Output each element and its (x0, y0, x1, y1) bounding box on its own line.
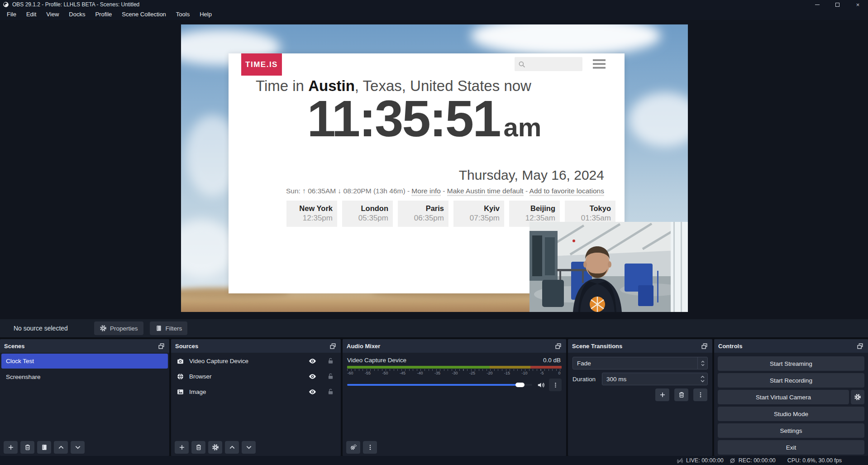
mixer-channel-row: Video Capture Device 0.0 dB (343, 353, 566, 364)
menu-tools[interactable]: Tools (171, 9, 195, 20)
city-block-paris[interactable]: Paris06:35pm (398, 201, 448, 227)
remove-scene-button[interactable] (20, 441, 34, 454)
close-button[interactable]: × (848, 0, 868, 9)
volume-meter (347, 366, 562, 369)
visibility-eye-icon[interactable] (308, 372, 317, 381)
preview-area: TIME.IS Time in Austin, Texas, United St… (0, 20, 868, 319)
source-row-browser[interactable]: Browser (171, 369, 341, 384)
timeis-logo[interactable]: TIME.IS (241, 53, 282, 76)
popout-icon[interactable] (856, 342, 864, 350)
menu-docks[interactable]: Docks (64, 9, 90, 20)
virtual-camera-settings-button[interactable] (851, 390, 864, 404)
menu-profile[interactable]: Profile (90, 9, 117, 20)
audio-mixer-header[interactable]: Audio Mixer (343, 339, 566, 353)
more-info-link[interactable]: More info (411, 187, 441, 196)
source-properties-button[interactable] (208, 441, 222, 454)
spin-up-icon[interactable] (700, 375, 705, 379)
settings-button[interactable]: Settings (718, 423, 864, 438)
make-default-link[interactable]: Make Austin time default (447, 187, 524, 196)
move-scene-down-button[interactable] (71, 441, 85, 454)
scene-filters-button[interactable] (37, 441, 51, 454)
trash-icon (195, 444, 202, 451)
city-block-london[interactable]: London05:35pm (342, 201, 393, 227)
scene-item-screenshare[interactable]: Screenshare (1, 369, 168, 384)
exit-button[interactable]: Exit (718, 440, 864, 455)
menu-bar: File Edit View Docks Profile Scene Colle… (0, 9, 868, 20)
audio-mixer-panel: Audio Mixer Video Capture Device 0.0 dB … (343, 339, 566, 456)
mixer-level-db: 0.0 dB (543, 357, 561, 364)
popout-icon[interactable] (554, 342, 562, 350)
speaker-icon[interactable] (537, 381, 545, 389)
plus-icon (659, 391, 666, 398)
move-source-down-button[interactable] (242, 441, 256, 454)
mixer-menu-button[interactable] (363, 441, 377, 454)
move-source-up-button[interactable] (225, 441, 239, 454)
visibility-eye-icon[interactable] (308, 357, 317, 365)
menu-edit[interactable]: Edit (21, 9, 41, 20)
gear-icon (854, 393, 861, 401)
add-source-button[interactable] (175, 441, 189, 454)
mixer-options-button[interactable] (549, 379, 562, 391)
filters-button[interactable]: Filters (150, 321, 188, 335)
add-favorite-link[interactable]: Add to favorite locations (529, 187, 604, 196)
rec-time: REC: 00:00:00 (739, 457, 776, 464)
properties-button[interactable]: Properties (94, 321, 143, 335)
start-virtual-camera-button[interactable]: Start Virtual Camera (718, 390, 849, 404)
visibility-eye-icon[interactable] (308, 388, 317, 396)
sources-toolbar (171, 439, 341, 456)
sources-header[interactable]: Sources (171, 339, 341, 353)
plus-icon (178, 444, 186, 451)
clock-time: 11:35:51 (307, 90, 500, 147)
scenes-header[interactable]: Scenes (0, 339, 169, 353)
cloud (629, 92, 688, 147)
transition-properties-button[interactable] (693, 388, 707, 401)
scene-transitions-panel: Scene Transitions Fade Duration 300 ms (568, 339, 712, 456)
volume-row (347, 379, 562, 391)
live-status: LIVE: 00:00:00 (677, 457, 724, 464)
scene-transitions-header[interactable]: Scene Transitions (568, 339, 712, 353)
popout-icon[interactable] (329, 342, 337, 350)
add-transition-button[interactable] (655, 388, 669, 401)
advanced-audio-button[interactable] (346, 441, 360, 454)
popout-icon[interactable] (701, 342, 708, 350)
spin-down-icon[interactable] (700, 379, 705, 383)
popout-icon[interactable] (157, 342, 165, 350)
mixer-channel-name: Video Capture Device (347, 357, 543, 364)
volume-track (347, 384, 532, 386)
source-row-image[interactable]: Image (171, 384, 341, 399)
move-scene-up-button[interactable] (54, 441, 68, 454)
start-recording-button[interactable]: Start Recording (718, 373, 864, 388)
start-streaming-button[interactable]: Start Streaming (718, 356, 864, 371)
menu-scene-collection[interactable]: Scene Collection (117, 9, 171, 20)
duration-spinbox[interactable]: 300 ms (602, 373, 708, 385)
kebab-menu-icon (697, 391, 704, 398)
city-block-new-york[interactable]: New York12:35pm (286, 201, 337, 227)
menu-help[interactable]: Help (195, 9, 217, 20)
webcam-video (529, 222, 688, 312)
add-scene-button[interactable] (4, 441, 18, 454)
select-arrows-icon[interactable] (697, 357, 707, 369)
transition-select[interactable]: Fade (572, 357, 708, 369)
obs-logo-icon (3, 1, 9, 8)
city-block-kyiv[interactable]: Kyiv07:35pm (453, 201, 504, 227)
hamburger-menu-button[interactable] (593, 59, 606, 68)
search-input[interactable] (515, 57, 582, 71)
minimize-button[interactable] (807, 0, 827, 9)
search-icon (518, 60, 526, 68)
lock-icon[interactable] (327, 373, 334, 380)
program-video[interactable]: TIME.IS Time in Austin, Texas, United St… (181, 24, 688, 312)
volume-slider[interactable] (347, 382, 532, 388)
controls-header[interactable]: Controls (714, 339, 868, 353)
remove-transition-button[interactable] (674, 388, 688, 401)
menu-view[interactable]: View (41, 9, 64, 20)
lock-icon[interactable] (327, 357, 334, 365)
close-icon: × (856, 2, 860, 8)
lock-icon[interactable] (327, 388, 334, 396)
maximize-button[interactable] (827, 0, 848, 9)
volume-handle[interactable] (515, 383, 525, 387)
studio-mode-button[interactable]: Studio Mode (718, 407, 864, 421)
source-row-video-capture[interactable]: Video Capture Device (171, 354, 341, 368)
remove-source-button[interactable] (191, 441, 205, 454)
scene-item-clock-test[interactable]: Clock Test (1, 354, 168, 369)
menu-file[interactable]: File (2, 9, 21, 20)
